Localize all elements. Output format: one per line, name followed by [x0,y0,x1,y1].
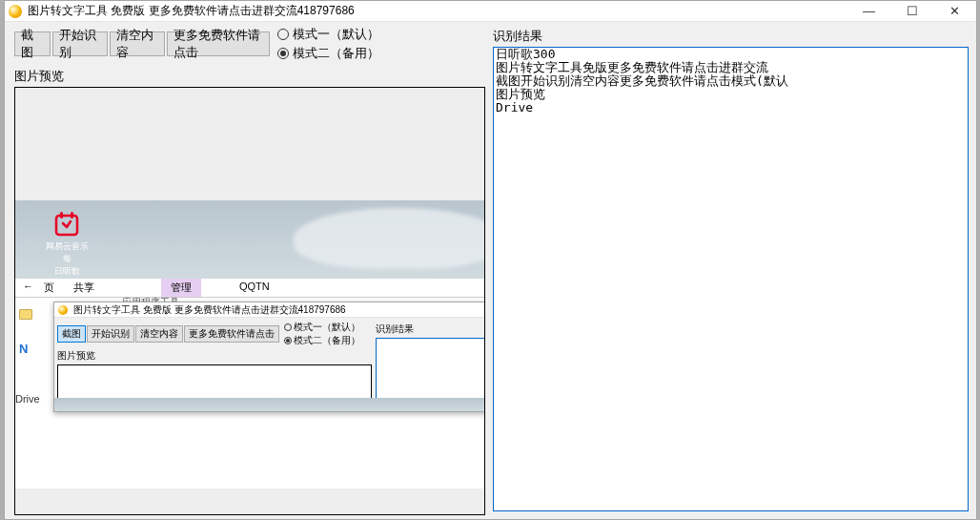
inner-mode-group: 模式一（默认） 模式二（备用） [284,321,360,347]
tab-page: 页 [34,279,64,297]
netease-music-shortcut: 网易云音乐每 日听歌300... [44,210,90,287]
inner-mode2-label: 模式二（备用） [294,334,360,347]
maximize-button[interactable]: ☐ [890,1,933,22]
inner-mode2-radio: 模式二（备用） [284,334,360,347]
mode1-radio[interactable]: 模式一（默认） [277,26,379,43]
inner-screenshot-button: 截图 [57,325,86,343]
app-icon [9,5,22,18]
mode1-label: 模式一（默认） [293,26,379,43]
tab-spacer [104,279,161,297]
tab-spacer2 [201,279,230,297]
inner-app-window: 图片转文字工具 免费版 更多免费软件请点击进群交流418797686 截图 开始… [53,302,485,412]
inner-body: 截图 开始识别 清空内容 更多免费软件请点击 模式一（默认） 模式二（备用） [54,318,485,411]
radio-icon [277,29,289,40]
window-controls: — ☐ ✕ [847,1,976,22]
mode2-label: 模式二（备用） [293,45,379,62]
inner-window-title: 图片转文字工具 免费版 更多免费软件请点击进群交流418797686 [73,303,346,317]
inner-results-label: 识别结果 [376,322,485,336]
radio-dot-icon [280,51,286,56]
inner-toolbar: 截图 开始识别 清空内容 更多免费软件请点击 模式一（默认） 模式二（备用） [57,321,372,347]
radio-icon [277,48,289,59]
tab-qqtn: QQTN [230,279,279,297]
mode2-radio[interactable]: 模式二（备用） [277,45,379,62]
shortcut-label-1: 网易云音乐每 [44,240,90,265]
tab-share: 共享 [64,279,104,297]
mode-group: 模式一（默认） 模式二（备用） [277,26,379,62]
nav-area [15,279,34,297]
inner-more-button: 更多免费软件请点击 [184,325,279,343]
inner-clear-button: 清空内容 [135,325,183,343]
sidebar-drive-label: Drive [15,393,40,405]
radio-dot-icon [286,339,290,343]
screenshot-content: 网易云音乐每 日听歌300... ← 页 共享 管理 QQTN 应用程序 [15,88,484,514]
folder-icon [19,309,32,320]
titlebar[interactable]: 图片转文字工具 免费版 更多免费软件请点击进群交流418797686 — ☐ ✕ [5,1,976,22]
mini-wallpaper [54,398,485,411]
results-label: 识别结果 [493,28,969,45]
minimize-button[interactable]: — [847,1,890,22]
calendar-music-icon [52,210,81,239]
preview-label: 图片预览 [14,68,485,85]
radio-icon [284,337,292,344]
inner-start-ocr-button: 开始识别 [87,325,134,343]
svg-rect-1 [60,212,63,218]
clear-button[interactable]: 清空内容 [110,31,165,56]
results-textarea[interactable]: 日听歌300 图片转文字工具免版更多免费软件请点击进群交流 截图开始识别清空内容… [493,47,969,511]
inner-app-icon [58,305,68,315]
explorer-ribbon-tabs: 页 共享 管理 QQTN [15,279,484,298]
toolbar: 截图 开始识别 清空内容 更多免费软件请点击 模式一（默认） 模式二（备用） [14,26,485,62]
inner-titlebar: 图片转文字工具 免费版 更多免费软件请点击进群交流418797686 [54,302,485,318]
inner-preview-label: 图片预览 [57,349,372,363]
drive-letter-icon: N [19,342,28,356]
inner-preview-box [57,364,372,408]
cloud-shape [294,208,484,269]
screenshot-button[interactable]: 截图 [14,31,51,56]
inner-left-panel: 截图 开始识别 清空内容 更多免费软件请点击 模式一（默认） 模式二（备用） [57,321,372,408]
window-body: 截图 开始识别 清空内容 更多免费软件请点击 模式一（默认） 模式二（备用） 图… [5,22,976,519]
svg-rect-2 [71,212,73,218]
more-software-button[interactable]: 更多免费软件请点击 [167,31,270,56]
start-ocr-button[interactable]: 开始识别 [52,31,108,56]
inner-right-panel: 识别结果 [372,321,485,408]
inner-mode1-radio: 模式一（默认） [284,321,360,334]
inner-mode1-label: 模式一（默认） [294,321,360,334]
close-button[interactable]: ✕ [933,1,976,22]
window-title: 图片转文字工具 免费版 更多免费软件请点击进群交流418797686 [28,3,355,19]
left-panel: 截图 开始识别 清空内容 更多免费软件请点击 模式一（默认） 模式二（备用） 图… [5,22,489,519]
image-preview[interactable]: 网易云音乐每 日听歌300... ← 页 共享 管理 QQTN 应用程序 [14,87,485,515]
radio-icon [284,323,292,331]
right-panel: 识别结果 日听歌300 图片转文字工具免版更多免费软件请点击进群交流 截图开始识… [489,22,976,519]
main-window: 图片转文字工具 免费版 更多免费软件请点击进群交流418797686 — ☐ ✕… [4,0,977,520]
tab-manage: 管理 [161,279,201,297]
